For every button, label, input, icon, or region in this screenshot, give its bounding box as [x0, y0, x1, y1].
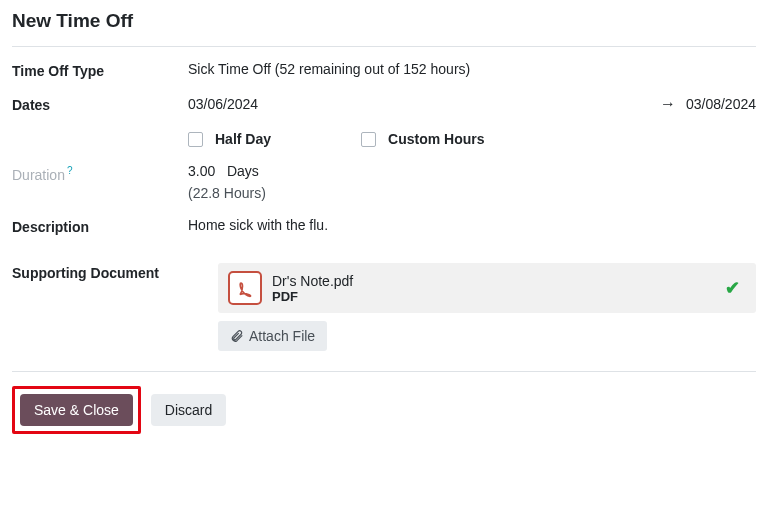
duration-value[interactable]: 3.00 [188, 163, 215, 179]
row-document: Supporting Document Dr's Note.pdf PDF ✔ … [12, 263, 756, 351]
date-from[interactable]: 03/06/2024 [188, 96, 258, 112]
save-highlight: Save & Close [12, 386, 141, 434]
arrow-right-icon: → [660, 95, 676, 112]
custom-hours-option[interactable]: Custom Hours [361, 131, 484, 147]
check-icon: ✔ [725, 277, 740, 299]
file-name: Dr's Note.pdf [272, 273, 725, 289]
custom-hours-label: Custom Hours [388, 131, 484, 147]
row-description: Description Home sick with the flu. [12, 217, 756, 235]
discard-button[interactable]: Discard [151, 394, 226, 426]
attach-file-button[interactable]: Attach File [218, 321, 327, 351]
value-type[interactable]: Sick Time Off (52 remaining out of 152 h… [188, 61, 756, 77]
value-description[interactable]: Home sick with the flu. [188, 217, 756, 233]
duration-unit: Days [227, 163, 259, 179]
label-document: Supporting Document [12, 263, 218, 281]
row-dates: Dates 03/06/2024 → 03/08/2024 Half Day C… [12, 95, 756, 147]
date-to[interactable]: 03/08/2024 [686, 96, 756, 112]
pdf-icon [228, 271, 262, 305]
paperclip-icon [230, 329, 244, 343]
label-description: Description [12, 217, 188, 235]
footer-actions: Save & Close Discard [12, 371, 756, 434]
checkbox-icon[interactable] [188, 132, 203, 147]
label-dates: Dates [12, 95, 188, 113]
label-duration: Duration? [12, 163, 188, 183]
row-type: Time Off Type Sick Time Off (52 remainin… [12, 61, 756, 79]
half-day-label: Half Day [215, 131, 271, 147]
file-attachment[interactable]: Dr's Note.pdf PDF ✔ [218, 263, 756, 313]
half-day-option[interactable]: Half Day [188, 131, 271, 147]
row-duration: Duration? 3.00 Days (22.8 Hours) [12, 163, 756, 201]
duration-hours: (22.8 Hours) [188, 185, 756, 201]
checkbox-icon[interactable] [361, 132, 376, 147]
help-icon[interactable]: ? [67, 165, 73, 176]
file-type: PDF [272, 289, 725, 304]
label-type: Time Off Type [12, 61, 188, 79]
page-title: New Time Off [12, 10, 756, 47]
save-and-close-button[interactable]: Save & Close [20, 394, 133, 426]
